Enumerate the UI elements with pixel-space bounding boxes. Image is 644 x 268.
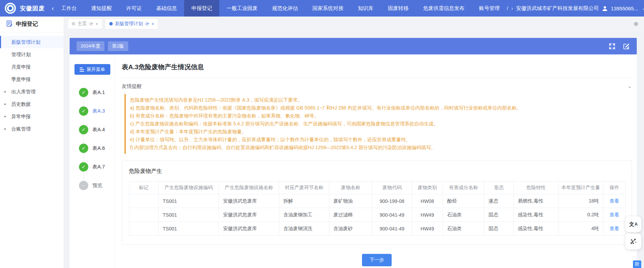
step-item[interactable]: ✓表A.6 — [70, 139, 115, 157]
view-link[interactable]: 查看 — [610, 226, 619, 231]
close-all-tabs-icon[interactable]: ⊗ — [634, 20, 641, 28]
sidebar-item[interactable]: ▸异常申报 — [0, 110, 64, 123]
table-cell: 石油类 — [443, 208, 484, 222]
table-cell: 感染性,毒性 — [514, 222, 559, 236]
table-header-cell: 本年度预计产生量 — [559, 182, 603, 194]
table-header-cell: 形态 — [484, 182, 514, 194]
sidebar: 申报登记 新版管理计划管理计划月度申报季度申报▸出入库管理▸历史数据▸异常申报▸… — [0, 17, 64, 268]
reminder-line: f) 内部治理方式及去向：自行利用设施编码、自行处置设施编码和贮存设施编码依据H… — [130, 144, 628, 152]
sidebar-item[interactable]: 季度申报 — [0, 73, 64, 85]
waste-generation-section: 危险废物产生 标记产生危险废物设施编码产生危险废物设施名称对应产废环节名称废物名… — [122, 161, 632, 245]
tab[interactable]: 主页⟳× — [68, 19, 102, 29]
form-title: 表A.3危险废物产生情况信息 — [122, 63, 632, 78]
sidebar-item[interactable]: ▸历史数据 — [0, 98, 64, 110]
sidebar-item-label: 月度申报 — [11, 64, 31, 70]
translate-icon[interactable]: 文A — [625, 216, 641, 232]
table-cell: 含油废砂 — [329, 222, 372, 236]
sidebar-item-label: 管理计划 — [11, 52, 31, 57]
step-item[interactable]: ✓表A.1 — [70, 83, 115, 102]
network-graph-icon[interactable] — [625, 234, 641, 249]
reminder-header[interactable]: 友情提醒 ⌄ — [122, 78, 632, 94]
reminder-line: c) 产生危险废物设施名称和编码：依据本标准第 5.4.2 部分填写的生产设施名… — [130, 120, 628, 128]
user-icon — [602, 6, 608, 11]
collapse-chevron-icon[interactable]: ⌄ — [627, 83, 632, 89]
fullscreen-icon[interactable] — [608, 43, 616, 50]
table-cell: 900-199-08 — [372, 194, 412, 208]
sidebar-header: 申报登记 — [0, 17, 64, 32]
view-link[interactable]: 查看 — [610, 198, 619, 204]
check-circle-icon: ✓ — [79, 125, 88, 134]
table-row: TS001安徽洪武危废库含油废钢清洗含油废砂900-041-49HW49石油类固… — [129, 222, 626, 236]
sidebar-item-label: 出入库管理 — [11, 89, 36, 94]
reminder-line: d) 本年度预计产生量：本年度预计产生的危险废物量。 — [130, 128, 628, 136]
nav-item[interactable]: 基础信息 — [149, 0, 184, 17]
nav-collapse-icon[interactable]: ‹ — [52, 4, 54, 12]
sidebar-item[interactable]: ▸出入库管理 — [0, 85, 64, 98]
nav-item[interactable]: 一般工业固废 — [219, 0, 265, 17]
nav-item[interactable]: 申报登记 — [184, 0, 219, 17]
reminder-line: 危险废物产生情况填写内容参见HJ 1259—2022附录 A.3，填写应满足以下… — [130, 96, 628, 104]
table-cell — [129, 208, 159, 222]
sidebar-item[interactable]: 管理计划 — [0, 48, 64, 61]
caret-right-icon: ▸ — [4, 85, 6, 98]
caret-right-icon: ▸ — [4, 123, 6, 135]
nav-item[interactable]: 许可证 — [119, 0, 149, 17]
user-phone[interactable]: 13955065... — [611, 6, 638, 11]
table-header-cell: 有害成分名称 — [443, 182, 484, 194]
next-step-button[interactable]: 下一步 — [362, 254, 392, 266]
sidebar-item[interactable]: 月度申报 — [0, 61, 64, 73]
nav-item[interactable]: 固废转移 — [381, 0, 416, 17]
view-link[interactable]: 查看 — [610, 212, 619, 217]
check-circle-icon: ✓ — [79, 144, 88, 153]
tab-label: 新版管理计划 — [115, 21, 143, 27]
lian-widget-badge[interactable]: 联 — [633, 260, 641, 268]
nav-item[interactable]: 工作台 — [54, 0, 84, 17]
step-item[interactable]: ✓表A.4 — [70, 120, 115, 139]
step-label: 预览 — [92, 182, 102, 189]
table-cell: 拆解 — [279, 194, 329, 208]
table-cell: 18吨 — [559, 194, 603, 208]
step-label: 表A.1 — [92, 89, 105, 96]
sidebar-item-label: 台账管理 — [11, 126, 31, 132]
nav-item[interactable]: 通知提醒 — [84, 0, 119, 17]
close-icon[interactable]: × — [95, 21, 98, 27]
tab-label: 主页 — [78, 21, 87, 27]
sidebar-item[interactable]: ▸台账管理 — [0, 123, 64, 135]
nav-item[interactable]: 知识库 — [351, 0, 381, 17]
reminder-line: e) 计量单位：填写吨。以升、立方米等体积计量的，应折算成重量吨；以个数作为计量… — [130, 136, 628, 144]
table-action-cell: 查看 — [603, 194, 626, 208]
reminder-title: 友情提醒 — [122, 83, 142, 90]
app-title: 安徽固废 — [20, 4, 45, 12]
step-item[interactable]: ✓表A.3 — [70, 102, 115, 120]
table-header-row: 标记产生危险废物设施编码产生危险废物设施名称对应产废环节名称废物名称废物代码废物… — [129, 182, 626, 194]
table-cell: TS001 — [159, 222, 219, 236]
sidebar-item-label: 新版管理计划 — [11, 39, 40, 45]
table-header-cell: 对应产废环节名称 — [279, 182, 329, 194]
close-icon[interactable]: × — [151, 21, 154, 27]
nav-item[interactable]: 规范化评估 — [265, 0, 305, 17]
step-label: 表A.3 — [92, 108, 105, 114]
edit-cancel-icon[interactable] — [623, 43, 630, 50]
company-name[interactable]: 安徽洪武城市矿产科技发展有限公司 — [516, 5, 599, 12]
tab[interactable]: 新版管理计划⟳× — [105, 19, 159, 29]
table-cell: HW08 — [412, 194, 443, 208]
ellipsis-circle-icon: ⋯ — [79, 181, 88, 190]
table-header-cell: 标记 — [129, 182, 159, 194]
form-content: 表A.3危险废物产生情况信息 友情提醒 ⌄ 危险废物产生情况填写内容参见HJ 1… — [115, 54, 637, 268]
nav-item[interactable]: 账号管理 — [472, 0, 507, 17]
chevron-down-icon[interactable]: ⌄ — [642, 6, 644, 11]
table-header-cell: 危险特性 — [514, 182, 559, 194]
caret-right-icon: ▸ — [4, 110, 6, 123]
sidebar-item[interactable]: 新版管理计划 — [0, 36, 64, 48]
menu-icon — [80, 68, 84, 72]
table-cell: 液态 — [484, 194, 514, 208]
nav-item[interactable]: 危废供需信息发布 — [416, 0, 472, 17]
refresh-icon[interactable]: ⟳ — [145, 21, 149, 27]
sidebar-items: 新版管理计划管理计划月度申报季度申报▸出入库管理▸历史数据▸异常申报▸台账管理 — [0, 32, 64, 135]
nav-item[interactable]: 国家系统对接 — [305, 0, 351, 17]
step-item[interactable]: ✓表A.7 — [70, 157, 115, 176]
step-item[interactable]: ⋯预览 — [70, 176, 115, 195]
expand-menu-button[interactable]: 展开菜单 — [74, 64, 110, 75]
tab-dot-icon — [72, 22, 75, 25]
refresh-icon[interactable]: ⟳ — [89, 21, 93, 27]
